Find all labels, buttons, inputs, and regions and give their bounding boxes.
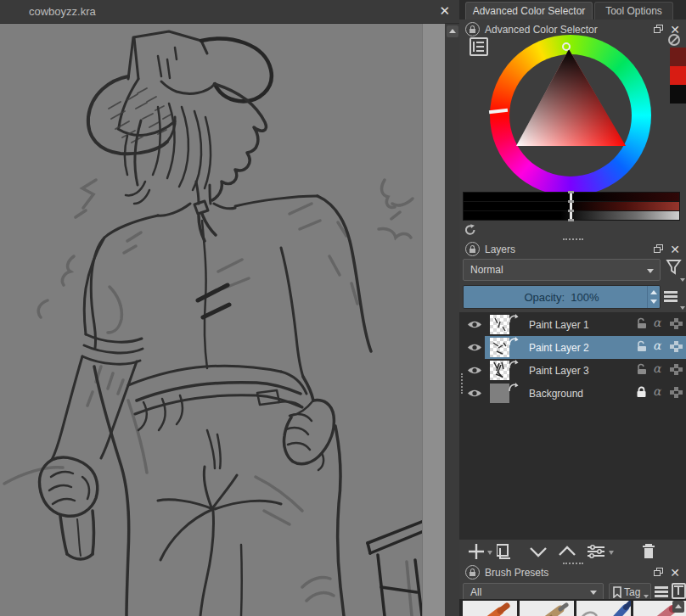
lock-docker-icon[interactable]	[465, 22, 480, 36]
layer-list: Paint Layer 1 α Paint Layer 2 α	[459, 312, 686, 540]
layer-thumbnail[interactable]	[490, 315, 509, 334]
add-layer-dropdown-icon[interactable]	[487, 551, 492, 555]
layers-title: Layers	[485, 244, 515, 255]
delete-layer-button[interactable]	[639, 541, 658, 562]
inherit-alpha-icon[interactable]	[670, 363, 683, 376]
locked-icon[interactable]	[635, 386, 648, 399]
tag-label: Tag	[624, 586, 640, 598]
brush-preset-tile[interactable]	[463, 601, 517, 616]
float-docker-icon[interactable]	[654, 25, 663, 33]
tab-tool-options[interactable]: Tool Options	[594, 2, 673, 20]
docker-resize-grip[interactable]	[563, 238, 583, 240]
opacity-label: Opacity:	[524, 291, 565, 304]
alpha-lock-icon[interactable]: α	[653, 361, 661, 375]
layer-name: Paint Layer 2	[529, 342, 589, 354]
inherit-alpha-icon[interactable]	[670, 386, 683, 399]
chevron-down-icon	[680, 306, 685, 310]
refresh-colors-icon[interactable]	[464, 223, 477, 237]
presets-display-menu-button[interactable]	[655, 585, 668, 599]
layer-properties-button[interactable]	[585, 541, 607, 562]
layer-row[interactable]: Paint Layer 1 α	[459, 313, 686, 336]
layers-menu-button[interactable]	[664, 285, 685, 309]
selector-settings-icon[interactable]	[470, 37, 488, 56]
inherit-alpha-icon[interactable]	[670, 340, 683, 353]
close-document-icon[interactable]: ✕	[439, 3, 450, 19]
brush-presets-header: Brush Presets ✕	[459, 565, 686, 580]
shade-selector-strips[interactable]	[463, 192, 680, 221]
tag-button[interactable]: Tag	[609, 583, 651, 601]
add-layer-button[interactable]	[466, 541, 486, 562]
curved-arrow-icon	[508, 336, 519, 347]
canvas[interactable]	[0, 24, 422, 616]
lock-docker-icon[interactable]	[465, 242, 480, 256]
duplicate-layer-button[interactable]	[497, 541, 517, 562]
blend-mode-value: Normal	[470, 264, 503, 276]
color-wheel[interactable]	[490, 35, 651, 196]
layer-thumbnail[interactable]	[490, 361, 509, 380]
document-title: cowboyzz.kra	[29, 5, 96, 18]
layer-row[interactable]: Paint Layer 3 α	[459, 359, 686, 382]
document-titlebar[interactable]: cowboyzz.kra ✕	[0, 0, 459, 24]
unlocked-icon[interactable]	[635, 340, 648, 353]
tab-advanced-color-selector[interactable]: Advanced Color Selector	[465, 2, 593, 20]
opacity-slider[interactable]: Opacity: 100%	[463, 285, 661, 309]
docker-tabbar: Advanced Color Selector Tool Options	[459, 0, 686, 20]
blend-mode-dropdown[interactable]: Normal	[463, 259, 661, 281]
close-docker-icon[interactable]: ✕	[670, 566, 680, 580]
spin-up-icon[interactable]	[650, 290, 657, 294]
tag-filter-dropdown[interactable]: All	[463, 583, 604, 601]
brush-preset-grid	[459, 599, 686, 616]
unlocked-icon[interactable]	[635, 317, 648, 330]
chevron-down-icon	[680, 278, 685, 282]
curved-arrow-icon	[508, 359, 519, 370]
brush-preset-tile[interactable]	[576, 601, 631, 616]
sv-triangle[interactable]	[490, 35, 651, 196]
sv-marker[interactable]	[562, 42, 571, 51]
layer-filter-button[interactable]	[664, 259, 685, 281]
layer-toolbar	[459, 540, 686, 563]
layer-row-selected[interactable]: Paint Layer 2 α	[459, 336, 686, 359]
panel-splitter-grip[interactable]	[461, 373, 463, 394]
canvas-vscrollbar-thumb[interactable]	[422, 24, 445, 616]
recent-color-swatch[interactable]	[670, 66, 686, 85]
eye-icon[interactable]	[467, 319, 482, 330]
lock-docker-icon[interactable]	[465, 565, 480, 580]
recent-color-swatch[interactable]	[670, 85, 686, 104]
float-docker-icon[interactable]	[654, 244, 663, 253]
close-docker-icon[interactable]: ✕	[670, 243, 680, 256]
layers-header: Layers ✕	[459, 242, 686, 257]
canvas-vscrollbar-track[interactable]	[445, 24, 459, 616]
unlocked-icon[interactable]	[635, 363, 648, 376]
eye-icon[interactable]	[467, 388, 482, 399]
layer-name: Paint Layer 3	[529, 365, 589, 377]
spin-down-icon[interactable]	[650, 300, 657, 304]
chevron-down-icon	[647, 269, 654, 273]
layer-name: Paint Layer 1	[529, 319, 589, 331]
cowboy-sketch	[0, 24, 422, 616]
move-layer-up-button[interactable]	[556, 541, 578, 562]
shade-strip-marker[interactable]	[570, 192, 572, 221]
no-color-icon[interactable]	[668, 34, 680, 46]
preset-detail-view-icon[interactable]	[672, 583, 686, 599]
alpha-lock-icon[interactable]: α	[653, 316, 661, 329]
opacity-value: 100%	[571, 291, 599, 304]
brush-preset-tile[interactable]	[520, 601, 574, 616]
layer-row[interactable]: Background α	[459, 382, 686, 405]
docker-resize-grip[interactable]	[563, 563, 583, 564]
layer-thumbnail[interactable]	[490, 338, 509, 357]
eye-icon[interactable]	[467, 342, 482, 353]
eye-icon[interactable]	[467, 365, 482, 376]
scroll-up-button[interactable]	[447, 25, 458, 37]
move-layer-down-button[interactable]	[527, 541, 549, 562]
properties-dropdown-icon[interactable]	[609, 551, 614, 555]
layer-thumbnail[interactable]	[490, 384, 509, 403]
curved-arrow-icon	[508, 313, 519, 324]
presets-scroll-up-button[interactable]	[672, 601, 684, 613]
opacity-spinner[interactable]	[647, 286, 660, 308]
float-docker-icon[interactable]	[654, 568, 663, 576]
alpha-lock-icon[interactable]: α	[653, 384, 661, 398]
recent-color-swatch[interactable]	[670, 48, 686, 66]
inherit-alpha-icon[interactable]	[670, 317, 683, 330]
docker-column: Advanced Color Selector Tool Options Adv…	[459, 0, 686, 616]
alpha-lock-icon[interactable]: α	[653, 339, 661, 352]
